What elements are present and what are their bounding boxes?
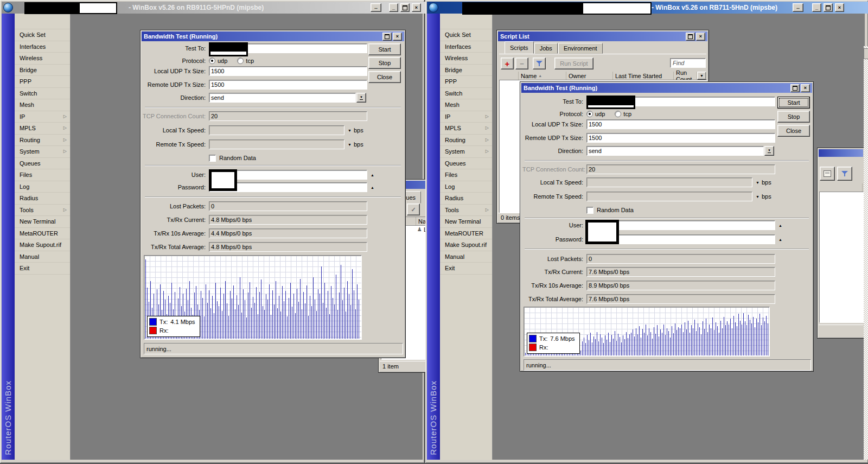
tcp-label[interactable]: tcp bbox=[623, 111, 631, 117]
sidebar-item-quick-set[interactable]: Quick Set bbox=[15, 29, 70, 41]
sidebar-item-quick-set[interactable]: Quick Set bbox=[440, 29, 492, 41]
sidebar-item-queues[interactable]: Queues bbox=[15, 158, 70, 170]
tab-scripts[interactable]: Scripts bbox=[505, 41, 534, 54]
start-button[interactable]: Start bbox=[777, 97, 810, 109]
udp-label[interactable]: udp bbox=[218, 58, 227, 64]
sidebar-item-new-terminal[interactable]: New Terminal bbox=[15, 216, 70, 228]
protocol-radio-udp[interactable] bbox=[586, 111, 593, 117]
column-select-button[interactable]: ▼ bbox=[697, 72, 706, 80]
sidebar-item-ppp[interactable]: PPP bbox=[440, 76, 492, 88]
sidebar-item-bridge[interactable]: Bridge bbox=[440, 65, 492, 77]
add-button[interactable]: + bbox=[501, 58, 514, 69]
dialog-titlebar[interactable]: Bandwidth Test (Running) × bbox=[142, 31, 404, 41]
direction-dropdown-button[interactable]: ▼ bbox=[764, 146, 774, 156]
column-last-time-started[interactable]: Last Time Started bbox=[613, 72, 674, 80]
direction-combo[interactable]: send bbox=[586, 146, 764, 156]
protocol-radio-tcp[interactable] bbox=[237, 58, 244, 64]
stop-button[interactable]: Stop bbox=[777, 111, 810, 123]
sidebar-item-ip[interactable]: IP▷ bbox=[440, 111, 492, 123]
sidebar-item-log[interactable]: Log bbox=[440, 181, 492, 193]
dropdown-icon[interactable]: ▼ bbox=[756, 181, 760, 185]
partial-list-area[interactable] bbox=[819, 192, 864, 323]
random-data-checkbox[interactable] bbox=[586, 207, 593, 214]
sidebar-item-metarouter[interactable]: MetaROUTER bbox=[440, 228, 492, 240]
sidebar-item-ppp[interactable]: PPP bbox=[15, 76, 70, 88]
sidebar-item-tools[interactable]: Tools▷ bbox=[15, 205, 70, 217]
sidebar-item-tools[interactable]: Tools▷ bbox=[440, 205, 492, 217]
close-button[interactable]: × bbox=[393, 33, 402, 41]
sidebar-item-files[interactable]: Files bbox=[440, 169, 492, 181]
close-button[interactable]: Close bbox=[368, 71, 401, 83]
resize-button[interactable]: ↔ bbox=[371, 3, 381, 12]
random-data-label[interactable]: Random Data bbox=[219, 155, 256, 161]
column-name[interactable]: Name▲ bbox=[519, 72, 566, 80]
document-button[interactable] bbox=[820, 167, 835, 181]
dialog-titlebar[interactable]: Bandwidth Test (Running) × bbox=[521, 83, 812, 93]
column-owner[interactable]: Owner bbox=[566, 72, 613, 80]
maximize-button[interactable] bbox=[382, 33, 392, 41]
filter-button[interactable] bbox=[533, 58, 546, 69]
protocol-radio-udp[interactable] bbox=[209, 58, 215, 64]
spin-up-icon[interactable]: ▲ bbox=[371, 173, 374, 177]
sidebar-item-files[interactable]: Files bbox=[15, 169, 70, 181]
scrollbar-thumb[interactable] bbox=[864, 48, 868, 59]
filter-button[interactable] bbox=[837, 167, 852, 181]
sidebar-item-switch[interactable]: Switch bbox=[440, 88, 492, 100]
partial-window-titlebar[interactable] bbox=[819, 149, 863, 157]
vertical-scrollbar[interactable] bbox=[864, 46, 868, 460]
dropdown-icon[interactable]: ▼ bbox=[756, 195, 760, 199]
sidebar-item-mpls[interactable]: MPLS▷ bbox=[440, 123, 492, 135]
sidebar-item-wireless[interactable]: Wireless bbox=[15, 53, 70, 65]
sidebar-item-switch[interactable]: Switch bbox=[15, 88, 70, 100]
random-data-label[interactable]: Random Data bbox=[597, 207, 634, 213]
sidebar-item-manual[interactable]: Manual bbox=[15, 251, 70, 263]
sidebar-item-ip[interactable]: IP▷ bbox=[15, 111, 70, 123]
sidebar-item-interfaces[interactable]: Interfaces bbox=[440, 41, 492, 53]
resize-button[interactable]: ↔ bbox=[793, 3, 803, 12]
maximize-button[interactable] bbox=[790, 84, 800, 92]
sidebar-item-system[interactable]: System▷ bbox=[440, 146, 492, 158]
sidebar-item-manual[interactable]: Manual bbox=[440, 251, 492, 263]
sidebar-item-system[interactable]: System▷ bbox=[15, 146, 70, 158]
sidebar-item-routing[interactable]: Routing▷ bbox=[440, 135, 492, 147]
sidebar-item-new-terminal[interactable]: New Terminal bbox=[440, 216, 492, 228]
maximize-button[interactable] bbox=[686, 33, 695, 41]
sidebar-item-make-supout-rif[interactable]: Make Supout.rif bbox=[15, 239, 70, 251]
protocol-radio-tcp[interactable] bbox=[615, 111, 621, 117]
tcp-label[interactable]: tcp bbox=[246, 58, 254, 64]
sidebar-item-radius[interactable]: Radius bbox=[15, 193, 70, 205]
close-button[interactable]: × bbox=[835, 3, 844, 12]
maximize-button[interactable] bbox=[400, 3, 410, 12]
sidebar-item-wireless[interactable]: Wireless bbox=[440, 53, 492, 65]
minimize-button[interactable]: _ bbox=[812, 3, 821, 12]
local-udp-tx-size-field[interactable]: 1500 bbox=[209, 66, 367, 76]
enable-button[interactable]: ✓ bbox=[407, 204, 420, 215]
tab-jobs[interactable]: Jobs bbox=[534, 43, 558, 54]
sidebar-item-log[interactable]: Log bbox=[15, 181, 70, 193]
script-list-titlebar[interactable]: Script List × bbox=[498, 31, 707, 41]
udp-label[interactable]: udp bbox=[595, 111, 605, 117]
tab-environment[interactable]: Environment bbox=[558, 43, 603, 54]
remote-udp-tx-size-field[interactable]: 1500 bbox=[209, 80, 367, 90]
sidebar-item-metarouter[interactable]: MetaROUTER bbox=[15, 228, 70, 240]
sidebar-item-bridge[interactable]: Bridge bbox=[15, 65, 70, 77]
direction-dropdown-button[interactable]: ▼ bbox=[356, 93, 366, 103]
sidebar-item-exit[interactable]: Exit bbox=[440, 263, 492, 275]
stop-button[interactable]: Stop bbox=[368, 57, 401, 69]
maximize-button[interactable] bbox=[824, 3, 833, 12]
minimize-button[interactable]: _ bbox=[389, 3, 398, 12]
sidebar-item-mesh[interactable]: Mesh bbox=[440, 99, 492, 111]
sidebar-item-queues[interactable]: Queues bbox=[440, 158, 492, 170]
column-run-count[interactable]: Run Count bbox=[674, 72, 697, 80]
close-button[interactable]: Close bbox=[777, 125, 810, 137]
dropdown-icon[interactable]: ▼ bbox=[348, 129, 352, 132]
sidebar-item-interfaces[interactable]: Interfaces bbox=[15, 41, 70, 53]
spin-up-icon[interactable]: ▲ bbox=[778, 238, 782, 241]
dropdown-icon[interactable]: ▼ bbox=[348, 143, 352, 147]
start-button[interactable]: Start bbox=[368, 43, 401, 55]
random-data-checkbox[interactable] bbox=[209, 155, 216, 162]
find-input[interactable]: Find bbox=[670, 58, 706, 68]
spin-up-icon[interactable]: ▲ bbox=[778, 224, 782, 227]
spin-up-icon[interactable]: ▲ bbox=[371, 186, 374, 189]
sidebar-item-radius[interactable]: Radius bbox=[440, 193, 492, 205]
